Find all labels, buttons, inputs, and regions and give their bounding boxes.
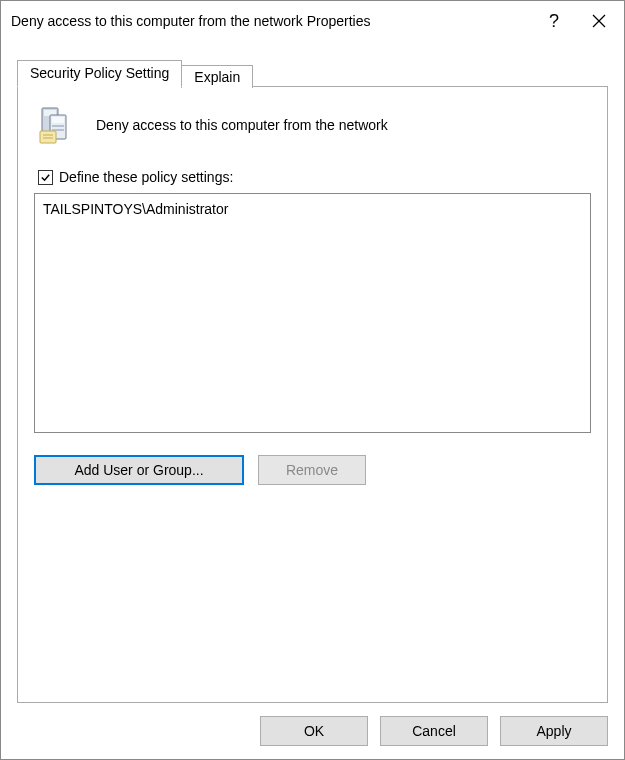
add-user-or-group-button[interactable]: Add User or Group... [34,455,244,485]
dialog-window: Deny access to this computer from the ne… [0,0,625,760]
policy-header: Deny access to this computer from the ne… [34,105,591,145]
remove-button: Remove [258,455,366,485]
help-button[interactable]: ? [534,1,574,41]
window-title: Deny access to this computer from the ne… [11,13,534,29]
panel-button-row: Add User or Group... Remove [34,455,591,485]
apply-button[interactable]: Apply [500,716,608,746]
define-settings-row[interactable]: Define these policy settings: [34,169,591,185]
titlebar: Deny access to this computer from the ne… [1,1,624,41]
svg-rect-8 [40,131,56,143]
svg-rect-6 [52,125,64,127]
close-button[interactable] [574,1,624,41]
cancel-button[interactable]: Cancel [380,716,488,746]
button-label: OK [304,723,324,739]
define-settings-label: Define these policy settings: [59,169,233,185]
checkmark-icon [40,172,51,183]
users-listbox[interactable]: TAILSPINTOYS\Administrator [34,193,591,433]
policy-icon [38,105,78,145]
svg-rect-5 [52,117,64,123]
button-label: Cancel [412,723,456,739]
tab-security-policy-setting[interactable]: Security Policy Setting [17,60,182,87]
tab-strip: Security Policy Setting Explain [17,59,608,86]
button-label: Remove [286,462,338,478]
button-label: Add User or Group... [74,462,203,478]
ok-button[interactable]: OK [260,716,368,746]
close-icon [592,14,606,28]
list-item-label: TAILSPINTOYS\Administrator [43,201,228,217]
list-item[interactable]: TAILSPINTOYS\Administrator [43,200,582,218]
define-settings-checkbox[interactable] [38,170,53,185]
tab-panel-security: Deny access to this computer from the ne… [17,86,608,703]
tab-label: Security Policy Setting [30,65,169,81]
policy-title: Deny access to this computer from the ne… [96,117,388,133]
tab-explain[interactable]: Explain [181,65,253,88]
content: Security Policy Setting Explain [1,41,624,703]
tab-label: Explain [194,69,240,85]
dialog-button-row: OK Cancel Apply [1,703,624,759]
button-label: Apply [536,723,571,739]
spacer [34,485,591,686]
